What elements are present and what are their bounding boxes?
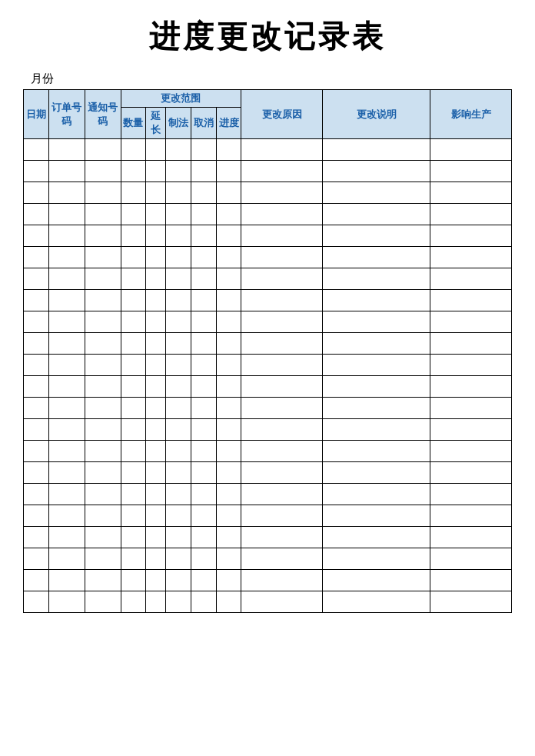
table-cell[interactable] bbox=[85, 462, 121, 484]
table-cell[interactable] bbox=[24, 204, 49, 225]
table-cell[interactable] bbox=[24, 268, 49, 290]
table-cell[interactable] bbox=[146, 311, 166, 333]
table-cell[interactable] bbox=[48, 484, 85, 505]
table-cell[interactable] bbox=[121, 591, 146, 613]
table-cell[interactable] bbox=[241, 311, 322, 333]
table-cell[interactable] bbox=[191, 161, 216, 182]
table-cell[interactable] bbox=[85, 591, 121, 613]
table-cell[interactable] bbox=[166, 591, 191, 613]
table-cell[interactable] bbox=[322, 204, 430, 225]
table-cell[interactable] bbox=[191, 311, 216, 333]
table-cell[interactable] bbox=[241, 441, 322, 462]
table-cell[interactable] bbox=[430, 527, 512, 548]
table-cell[interactable] bbox=[241, 462, 322, 484]
table-cell[interactable] bbox=[146, 505, 166, 527]
table-cell[interactable] bbox=[166, 204, 191, 225]
table-cell[interactable] bbox=[166, 355, 191, 376]
table-cell[interactable] bbox=[216, 548, 241, 570]
table-cell[interactable] bbox=[241, 225, 322, 247]
table-cell[interactable] bbox=[166, 225, 191, 247]
table-cell[interactable] bbox=[191, 182, 216, 204]
table-cell[interactable] bbox=[24, 484, 49, 505]
table-cell[interactable] bbox=[146, 182, 166, 204]
table-cell[interactable] bbox=[24, 570, 49, 591]
table-cell[interactable] bbox=[430, 182, 512, 204]
table-cell[interactable] bbox=[430, 419, 512, 441]
table-cell[interactable] bbox=[166, 505, 191, 527]
table-cell[interactable] bbox=[322, 462, 430, 484]
table-cell[interactable] bbox=[85, 376, 121, 398]
table-cell[interactable] bbox=[85, 247, 121, 268]
table-cell[interactable] bbox=[121, 376, 146, 398]
table-cell[interactable] bbox=[216, 161, 241, 182]
table-cell[interactable] bbox=[166, 333, 191, 355]
table-cell[interactable] bbox=[85, 505, 121, 527]
table-cell[interactable] bbox=[191, 548, 216, 570]
table-cell[interactable] bbox=[166, 376, 191, 398]
table-cell[interactable] bbox=[146, 398, 166, 419]
table-cell[interactable] bbox=[85, 225, 121, 247]
table-cell[interactable] bbox=[121, 527, 146, 548]
table-cell[interactable] bbox=[241, 204, 322, 225]
table-cell[interactable] bbox=[146, 161, 166, 182]
table-cell[interactable] bbox=[241, 484, 322, 505]
table-cell[interactable] bbox=[48, 311, 85, 333]
table-cell[interactable] bbox=[146, 225, 166, 247]
table-cell[interactable] bbox=[166, 548, 191, 570]
table-cell[interactable] bbox=[216, 527, 241, 548]
table-cell[interactable] bbox=[166, 484, 191, 505]
table-cell[interactable] bbox=[191, 462, 216, 484]
table-cell[interactable] bbox=[322, 333, 430, 355]
table-cell[interactable] bbox=[121, 484, 146, 505]
table-cell[interactable] bbox=[216, 204, 241, 225]
table-cell[interactable] bbox=[121, 225, 146, 247]
table-cell[interactable] bbox=[121, 161, 146, 182]
table-cell[interactable] bbox=[146, 139, 166, 161]
table-cell[interactable] bbox=[216, 419, 241, 441]
table-cell[interactable] bbox=[24, 398, 49, 419]
table-cell[interactable] bbox=[216, 225, 241, 247]
table-cell[interactable] bbox=[48, 570, 85, 591]
table-cell[interactable] bbox=[166, 268, 191, 290]
table-cell[interactable] bbox=[430, 441, 512, 462]
table-cell[interactable] bbox=[85, 419, 121, 441]
table-cell[interactable] bbox=[146, 247, 166, 268]
table-cell[interactable] bbox=[85, 139, 121, 161]
table-cell[interactable] bbox=[241, 290, 322, 311]
table-cell[interactable] bbox=[322, 139, 430, 161]
table-cell[interactable] bbox=[48, 139, 85, 161]
table-cell[interactable] bbox=[430, 398, 512, 419]
table-cell[interactable] bbox=[85, 548, 121, 570]
table-cell[interactable] bbox=[322, 548, 430, 570]
table-cell[interactable] bbox=[191, 484, 216, 505]
table-cell[interactable] bbox=[85, 527, 121, 548]
table-cell[interactable] bbox=[216, 484, 241, 505]
table-cell[interactable] bbox=[322, 398, 430, 419]
table-cell[interactable] bbox=[121, 419, 146, 441]
table-cell[interactable] bbox=[146, 419, 166, 441]
table-cell[interactable] bbox=[191, 441, 216, 462]
table-cell[interactable] bbox=[166, 462, 191, 484]
table-cell[interactable] bbox=[216, 441, 241, 462]
table-cell[interactable] bbox=[191, 505, 216, 527]
table-cell[interactable] bbox=[166, 290, 191, 311]
table-cell[interactable] bbox=[85, 355, 121, 376]
table-cell[interactable] bbox=[322, 355, 430, 376]
table-cell[interactable] bbox=[166, 311, 191, 333]
table-cell[interactable] bbox=[146, 570, 166, 591]
table-cell[interactable] bbox=[48, 398, 85, 419]
table-cell[interactable] bbox=[146, 462, 166, 484]
table-cell[interactable] bbox=[191, 204, 216, 225]
table-cell[interactable] bbox=[85, 204, 121, 225]
table-cell[interactable] bbox=[24, 505, 49, 527]
table-cell[interactable] bbox=[241, 419, 322, 441]
table-cell[interactable] bbox=[24, 333, 49, 355]
table-cell[interactable] bbox=[430, 591, 512, 613]
table-cell[interactable] bbox=[24, 441, 49, 462]
table-cell[interactable] bbox=[24, 527, 49, 548]
table-cell[interactable] bbox=[241, 182, 322, 204]
table-cell[interactable] bbox=[121, 505, 146, 527]
table-cell[interactable] bbox=[191, 268, 216, 290]
table-cell[interactable] bbox=[85, 484, 121, 505]
table-cell[interactable] bbox=[430, 462, 512, 484]
